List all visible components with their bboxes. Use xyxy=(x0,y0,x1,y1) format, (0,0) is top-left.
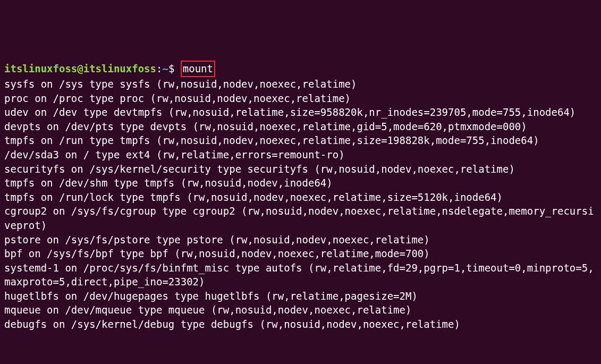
terminal-output: sysfs on /sys type sysfs (rw,nosuid,node… xyxy=(4,77,597,332)
command-highlight-box: mount xyxy=(181,61,215,77)
prompt-dollar: $ xyxy=(168,63,181,74)
prompt-path: ~ xyxy=(162,63,168,74)
prompt-user-host: itslinuxfoss@itslinuxfoss xyxy=(4,63,156,74)
command-text[interactable]: mount xyxy=(183,63,213,74)
prompt-separator: : xyxy=(156,63,162,74)
